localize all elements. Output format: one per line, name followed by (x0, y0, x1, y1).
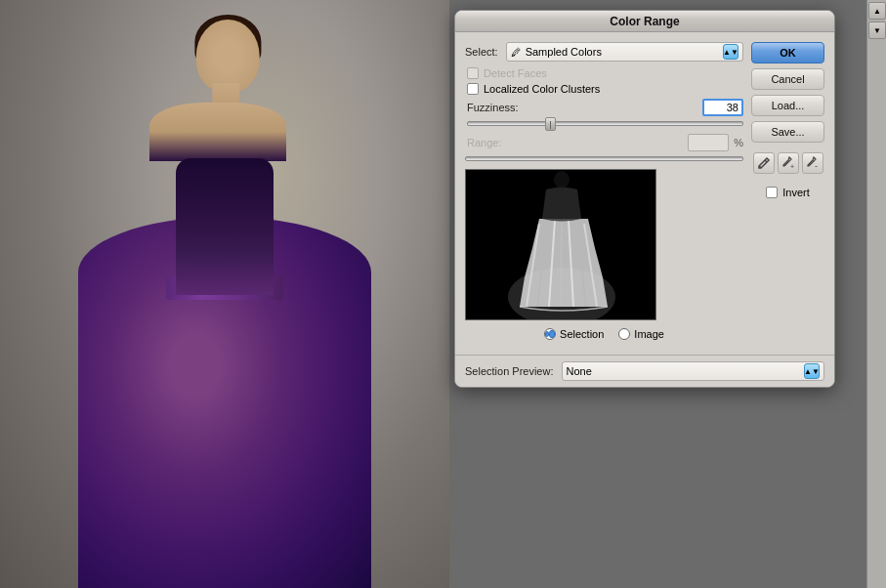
save-button[interactable]: Save... (751, 121, 824, 143)
localized-clusters-row: Localized Color Clusters (467, 83, 743, 95)
dress-bodice (176, 158, 274, 295)
detect-faces-label: Detect Faces (484, 67, 547, 79)
svg-point-10 (759, 166, 761, 168)
radio-selection-btn[interactable] (544, 328, 556, 340)
radio-image-btn[interactable] (618, 328, 630, 340)
color-range-dialog: Color Range Select: 🖉 Sampled Colors ▲▼ … (454, 10, 835, 388)
select-row: Select: 🖉 Sampled Colors ▲▼ (465, 42, 743, 62)
dress-container (88, 21, 361, 588)
dropdown-arrow-icon[interactable]: ▲▼ (723, 44, 738, 60)
preview-svg (466, 170, 656, 320)
selection-preview-image (465, 169, 656, 320)
select-dropdown[interactable]: 🖉 Sampled Colors ▲▼ (506, 42, 743, 62)
eyedropper-base-tool[interactable] (753, 152, 775, 174)
range-input (688, 134, 729, 151)
eyedropper-subtract-tool[interactable]: - (802, 152, 823, 174)
footer-dropdown-arrow-icon[interactable]: ▲▼ (804, 363, 820, 379)
range-row: Range: % (467, 134, 743, 151)
detect-faces-checkbox[interactable] (467, 67, 479, 79)
eyedropper-icon (757, 156, 771, 170)
eyedropper-subtract-icon: - (806, 156, 820, 170)
eyedropper-prefix-icon: 🖉 (511, 47, 521, 58)
fuzziness-row: Fuzziness: 38 (467, 99, 743, 116)
fuzziness-slider-track[interactable] (467, 121, 743, 126)
dropdown-text-container: 🖉 Sampled Colors (511, 46, 602, 58)
eyedropper-add-icon: + (781, 156, 795, 170)
radio-selection[interactable]: Selection (544, 328, 604, 340)
svg-text:+: + (790, 163, 794, 170)
range-slider-track (465, 156, 743, 161)
dialog-left-panel: Select: 🖉 Sampled Colors ▲▼ Detect Faces… (465, 42, 743, 345)
radio-image-label: Image (634, 328, 664, 340)
cancel-button[interactable]: Cancel (751, 68, 824, 90)
localized-clusters-label: Localized Color Clusters (484, 83, 600, 95)
ok-button[interactable]: OK (751, 42, 824, 63)
radio-row: Selection Image (465, 328, 743, 340)
dialog-titlebar: Color Range (455, 11, 834, 32)
invert-row: Invert (751, 187, 824, 198)
localized-clusters-checkbox[interactable] (467, 83, 479, 95)
selection-preview-label: Selection Preview: (465, 365, 554, 377)
dialog-footer: Selection Preview: None ▲▼ (455, 355, 834, 387)
ps-toolbar-btn-2[interactable]: ▼ (868, 21, 886, 39)
fuzziness-input[interactable]: 38 (702, 99, 743, 116)
select-value: Sampled Colors (526, 46, 602, 58)
fuzziness-slider-thumb[interactable] (545, 117, 556, 131)
fuzziness-value-text: 38 (727, 102, 738, 113)
tools-row: + - (751, 152, 824, 174)
detect-faces-row: Detect Faces (467, 67, 743, 79)
invert-label: Invert (782, 187, 810, 198)
range-pct: % (734, 137, 743, 148)
svg-text:-: - (815, 161, 818, 170)
eyedropper-add-tool[interactable]: + (778, 152, 799, 174)
load-button[interactable]: Load... (751, 95, 824, 116)
range-label: Range: (467, 137, 501, 148)
svg-point-9 (554, 171, 570, 189)
selection-preview-value: None (567, 365, 592, 377)
dialog-title: Color Range (610, 15, 679, 28)
preview-canvas (466, 170, 655, 319)
radio-selection-label: Selection (560, 328, 604, 340)
fuzziness-label: Fuzziness: (467, 102, 519, 113)
ps-toolbar-btn-1[interactable]: ▲ (868, 2, 886, 20)
radio-image[interactable]: Image (618, 328, 664, 340)
fuzziness-slider-container[interactable] (467, 121, 743, 126)
dialog-right-panel: OK Cancel Load... Save... (751, 42, 824, 345)
select-label: Select: (465, 46, 498, 58)
selection-preview-dropdown[interactable]: None ▲▼ (562, 361, 825, 381)
photo-area (0, 0, 449, 588)
ps-toolbar: ▲ ▼ (866, 0, 886, 588)
invert-checkbox[interactable] (766, 187, 778, 198)
